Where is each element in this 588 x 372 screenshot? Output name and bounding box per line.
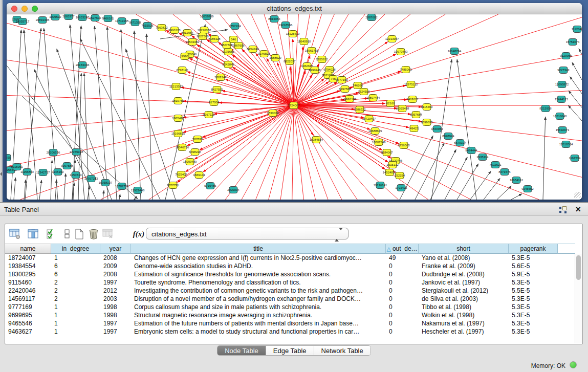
graph-node[interactable]: 1669144 <box>193 172 205 179</box>
import-table-icon[interactable] <box>101 227 115 240</box>
splitter-collapse-icon[interactable] <box>0 172 2 176</box>
graph-node[interactable]: 9960128 <box>168 27 181 34</box>
network-view-window[interactable]: citations_edges.txt 20631405571720891406… <box>7 3 582 200</box>
graph-node[interactable]: 1624554 <box>358 89 370 95</box>
graph-node[interactable]: 8813054 <box>268 16 280 23</box>
table-settings-icon[interactable] <box>8 227 21 240</box>
graph-node[interactable]: 7857224 <box>229 23 241 30</box>
cell-outde[interactable]: 0 <box>386 278 419 287</box>
graph-node[interactable]: 9474444 <box>465 147 477 154</box>
cell-year[interactable]: 1998 <box>100 311 131 319</box>
graph-node[interactable]: 2887682 <box>365 14 378 21</box>
cell-name[interactable]: 9115460 <box>5 278 51 287</box>
cell-title[interactable]: Estimation of the future numbers of pati… <box>131 319 386 327</box>
cell-title[interactable]: Genome-wide association studies in ADHD. <box>131 262 386 270</box>
float-panel-icon[interactable] <box>559 206 567 213</box>
graph-node[interactable]: 10654112 <box>510 177 524 184</box>
cell-outde[interactable]: 0 <box>386 327 419 336</box>
cell-name[interactable]: 22420046 <box>5 287 51 295</box>
cell-title[interactable]: Investigating the contribution of common… <box>131 287 386 295</box>
window-titlebar[interactable]: citations_edges.txt <box>7 3 582 14</box>
column-header-pagerank[interactable]: pagerank <box>509 244 558 254</box>
cell-indegree[interactable]: 6 <box>51 262 100 270</box>
graph-node[interactable]: 10719155 <box>115 18 129 25</box>
cell-year[interactable]: 1997 <box>100 278 131 287</box>
cell-title[interactable]: Estimation of significance thresholds fo… <box>131 270 386 278</box>
cell-short[interactable]: Dudbridge et al. (2008) <box>419 270 509 278</box>
graph-node[interactable]: 12213967 <box>385 36 399 42</box>
graph-node[interactable]: 9115460 <box>421 104 433 111</box>
graph-node[interactable]: 11156863 <box>20 169 34 176</box>
cell-pagerank[interactable]: 5.3E-5 <box>509 311 558 319</box>
graph-node[interactable]: 1733426 <box>395 185 407 191</box>
table-row[interactable]: 1938455462009Genome-wide association stu… <box>5 262 575 270</box>
cell-title[interactable]: Structural magnetic resonance image aver… <box>131 311 386 319</box>
cell-pagerank[interactable]: 5.9E-5 <box>509 270 558 278</box>
table-row[interactable]: 946362711997Embryonic stem cells: a mode… <box>5 327 575 336</box>
show-columns-icon[interactable] <box>27 227 40 240</box>
graph-node[interactable]: 15692971 <box>556 127 570 134</box>
graph-node[interactable]: 1250513 <box>70 172 82 179</box>
cell-year[interactable]: 2012 <box>100 287 131 295</box>
column-header-indegree[interactable]: in_degree <box>51 244 100 254</box>
graph-node[interactable]: 587833 <box>192 136 203 143</box>
cell-indegree[interactable]: 6 <box>51 270 100 278</box>
graph-node[interactable]: 10653287 <box>76 14 90 21</box>
cell-title[interactable]: Disruption of a novel member of a sodium… <box>131 295 386 303</box>
graph-node[interactable]: 7955812 <box>316 56 328 63</box>
cell-name[interactable]: 9699695 <box>5 311 51 319</box>
graph-node[interactable]: 20206536 <box>47 149 60 156</box>
graph-node[interactable]: 16648794 <box>448 48 462 55</box>
citation-network-graph[interactable]: 2063140557172089140610055322065377106532… <box>7 14 582 200</box>
cell-indegree[interactable]: 2 <box>51 278 100 287</box>
cell-short[interactable]: Stergiakouli et al. (2012) <box>419 287 509 295</box>
table-row[interactable]: 977716911998Corpus callosum shape and si… <box>5 303 575 311</box>
scrollbar-thumb[interactable] <box>576 255 581 280</box>
graph-node[interactable]: 7632621 <box>489 162 502 168</box>
graph-node[interactable]: 9184067 <box>381 149 393 156</box>
graph-node[interactable]: 917004 <box>209 99 220 106</box>
vertical-scrollbar[interactable] <box>575 254 582 343</box>
delete-table-icon[interactable] <box>87 227 100 240</box>
cell-outde[interactable]: 0 <box>386 262 419 270</box>
graph-node[interactable]: 12342757 <box>36 169 50 176</box>
graph-node[interactable]: 1810755 <box>172 98 184 104</box>
graph-node[interactable]: 17016504 <box>559 141 573 148</box>
graph-node[interactable]: 9227343 <box>557 67 570 74</box>
graph-node[interactable]: 6497568 <box>339 86 351 93</box>
cell-pagerank[interactable]: 5.3E-5 <box>509 303 558 311</box>
cell-name[interactable]: 18300295 <box>5 270 51 278</box>
cell-indegree[interactable]: 2 <box>51 287 100 295</box>
column-header-name[interactable]: name <box>5 244 51 254</box>
table-row[interactable]: 1456911722003Disruption of a novel membe… <box>5 295 575 303</box>
graph-node[interactable]: 546 <box>229 36 237 43</box>
graph-node[interactable]: 7663822 <box>156 25 168 31</box>
graph-node[interactable]: 746266 <box>353 82 363 89</box>
graph-node[interactable]: 9097588 <box>61 163 73 169</box>
graph-node[interactable]: 29555 <box>7 155 11 161</box>
cell-outde[interactable]: 0 <box>386 303 419 311</box>
cell-short[interactable]: Nakamura et al. (1997) <box>419 319 509 327</box>
cell-outde[interactable]: 0 <box>386 319 419 327</box>
cell-year[interactable]: 1998 <box>100 303 131 311</box>
cell-year[interactable]: 1997 <box>100 327 131 336</box>
graph-node[interactable]: 9671358 <box>129 19 141 26</box>
graph-node[interactable]: 1167534 <box>569 155 581 162</box>
table-row[interactable]: 2242004622012Investigating the contribut… <box>5 287 575 295</box>
memory-status-indicator[interactable] <box>570 361 577 368</box>
graph-node[interactable]: 12975115 <box>404 81 418 88</box>
graph-node[interactable]: 12213383 <box>169 83 183 90</box>
graph-node[interactable]: 17359928 <box>70 149 83 156</box>
graph-node[interactable]: 8912954 <box>181 30 193 36</box>
graph-node[interactable]: 62160 <box>386 100 395 107</box>
graph-node[interactable]: 16099489 <box>183 159 197 165</box>
cell-pagerank[interactable]: 5.3E-5 <box>509 278 558 287</box>
graph-node[interactable]: 6679197 <box>454 140 466 146</box>
graph-node[interactable]: 8915061 <box>11 164 23 170</box>
cell-short[interactable]: Hescheler et al. (1997) <box>419 327 509 336</box>
select-rows-icon[interactable] <box>45 227 58 240</box>
cell-name[interactable]: 19384554 <box>5 262 51 270</box>
graph-node[interactable]: 20891406 <box>36 17 50 24</box>
graph-node[interactable]: 8427552 <box>211 86 223 93</box>
graph-node[interactable]: 1005532 <box>49 14 61 20</box>
